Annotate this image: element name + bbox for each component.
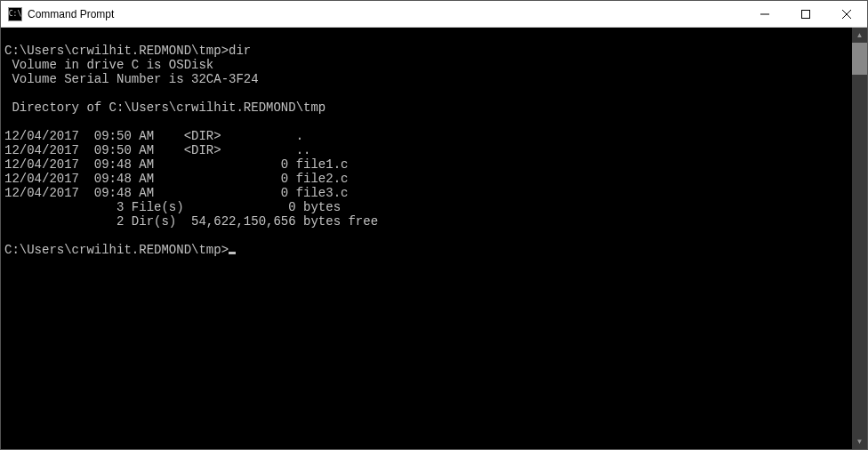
window-controls [744,1,867,27]
terminal-output[interactable]: C:\Users\crwilhit.REDMOND\tmp>dir Volume… [1,28,852,449]
scroll-down-arrow[interactable]: ▼ [852,434,867,449]
cursor [229,252,236,254]
titlebar[interactable]: C:\ Command Prompt [1,1,867,28]
maximize-button[interactable] [785,1,826,27]
window-title: Command Prompt [28,8,744,20]
scroll-thumb[interactable] [852,43,867,75]
vertical-scrollbar[interactable]: ▲ ▼ [852,28,867,449]
scroll-up-arrow[interactable]: ▲ [852,28,867,43]
minimize-icon [760,10,769,19]
svg-rect-1 [802,10,810,18]
close-button[interactable] [826,1,867,27]
command-prompt-window: C:\ Command Prompt C:\Users\crwilhit.RED… [0,0,868,450]
minimize-button[interactable] [744,1,785,27]
current-prompt[interactable]: C:\Users\crwilhit.REDMOND\tmp> [4,243,229,257]
terminal-area: C:\Users\crwilhit.REDMOND\tmp>dir Volume… [1,28,867,449]
maximize-icon [801,10,810,19]
close-icon [842,10,851,19]
app-icon: C:\ [8,7,22,21]
